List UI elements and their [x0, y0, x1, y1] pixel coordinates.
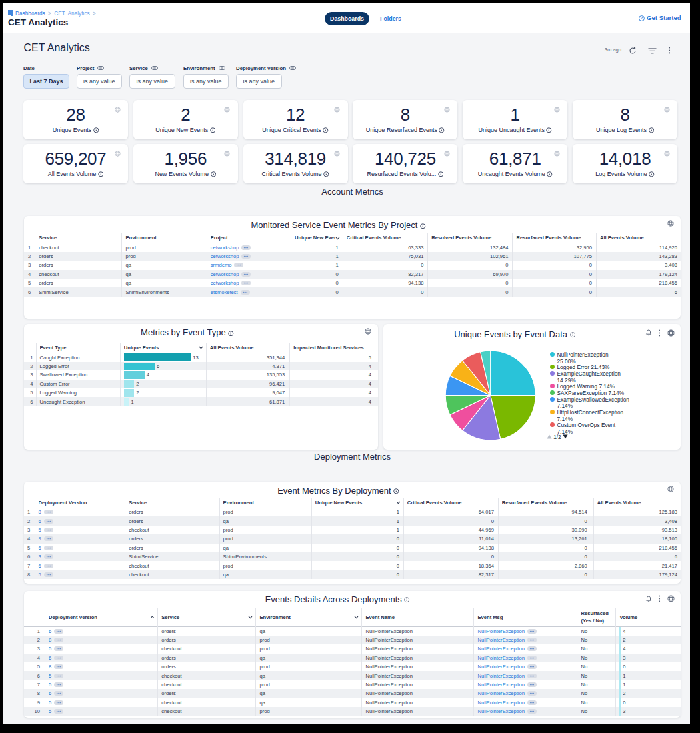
svg-text:?: ?	[641, 16, 643, 20]
